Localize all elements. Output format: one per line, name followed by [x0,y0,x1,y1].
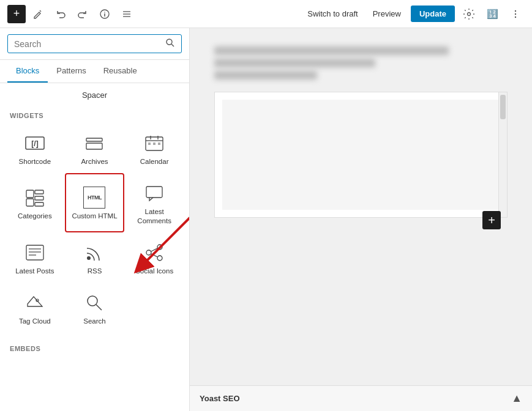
svg-point-6 [468,12,471,15]
tab-reusable[interactable]: Reusable [95,60,146,83]
calendar-label: Calendar [140,157,169,166]
tag-cloud-label: Tag Cloud [19,317,51,326]
svg-rect-24 [26,199,34,206]
preview-button[interactable]: Preview [368,6,406,22]
scrollbar-thumb [500,95,506,119]
block-calendar[interactable]: Calendar [124,123,184,173]
edit-icon-button[interactable] [29,5,48,23]
spacer-label: Spacer [10,91,179,100]
redo-button[interactable] [73,5,92,23]
yoast-seo-bar: Yoast SEO ▲ [190,385,532,411]
toolbar-left: + [7,5,136,23]
latest-comments-icon [143,182,165,204]
latest-posts-icon [24,242,46,264]
search-box [0,28,189,60]
svg-rect-20 [148,143,151,145]
svg-rect-25 [35,190,43,194]
tab-blocks[interactable]: Blocks [7,60,48,83]
yoast-seo-label: Yoast SEO [200,394,240,403]
scrollbar-vertical[interactable] [498,92,507,217]
blocks-grid: [/] Shortcode Archives Calendar [0,123,189,333]
svg-rect-22 [158,143,160,145]
block-categories[interactable]: Categories [5,173,65,232]
svg-rect-14 [86,138,102,141]
latest-posts-label: Latest Posts [15,267,54,276]
svg-point-33 [87,256,91,260]
toolbar: + Switch to draft Preview Update 🔢 [0,0,532,28]
user-button[interactable]: 🔢 [483,5,501,23]
switch-draft-button[interactable]: Switch to draft [302,6,362,22]
blurred-title-area [214,46,508,80]
settings-button[interactable] [460,5,478,23]
svg-line-38 [151,254,157,257]
svg-line-37 [151,248,157,251]
svg-point-35 [157,256,162,261]
svg-rect-23 [26,190,34,198]
search-block-label: Search [83,317,105,326]
svg-point-9 [515,16,516,17]
svg-point-7 [515,10,516,11]
main-layout: Blocks Patterns Reusable Spacer WIDGETS … [0,28,532,411]
svg-rect-29 [26,245,43,260]
custom-html-label: Custom HTML [72,212,117,221]
block-custom-html[interactable]: HTML Custom HTML [65,173,125,232]
add-block-button[interactable]: + [7,5,26,23]
tabs-row: Blocks Patterns Reusable [0,60,189,83]
block-social-icons[interactable]: Social Icons [124,232,184,283]
svg-rect-21 [153,143,155,145]
calendar-icon [143,132,165,154]
categories-label: Categories [18,212,52,221]
svg-line-41 [96,305,102,310]
archives-label: Archives [81,157,108,166]
svg-point-10 [167,39,172,45]
tag-cloud-icon [24,292,46,314]
rss-label: RSS [88,267,102,276]
block-archives[interactable]: Archives [65,123,125,173]
svg-rect-15 [86,143,102,149]
rss-icon [83,242,105,264]
undo-button[interactable] [51,5,70,23]
list-view-button[interactable] [118,5,136,23]
custom-html-icon: HTML [83,187,105,209]
block-latest-posts[interactable]: Latest Posts [5,232,65,283]
svg-point-2 [104,12,105,13]
search-input[interactable] [14,39,165,49]
block-tag-cloud[interactable]: Tag Cloud [5,283,65,333]
content-card-inner [222,100,500,210]
svg-rect-28 [146,187,162,198]
sidebar: Blocks Patterns Reusable Spacer WIDGETS … [0,28,190,411]
search-input-wrap [7,34,182,53]
svg-rect-26 [35,196,43,200]
yoast-toggle-button[interactable]: ▲ [511,392,522,405]
block-shortcode[interactable]: [/] Shortcode [5,123,65,173]
block-rss[interactable]: RSS [65,232,125,283]
spacer-item: Spacer [0,88,189,106]
svg-point-34 [157,245,162,250]
update-button[interactable]: Update [411,6,455,22]
svg-point-8 [515,13,516,14]
shortcode-label: Shortcode [19,157,51,166]
embeds-section-label: EMBEDS [0,339,189,356]
shortcode-icon: [/] [24,132,46,154]
social-icons-icon [143,242,165,264]
search-block-icon [83,292,105,314]
content-area: + Yoast SEO ▲ [190,28,532,411]
more-options-button[interactable] [506,5,525,23]
svg-line-11 [171,44,174,46]
search-icon-button[interactable] [165,38,175,50]
svg-point-36 [146,250,151,255]
tab-patterns[interactable]: Patterns [48,60,94,83]
info-button[interactable] [96,5,114,23]
svg-point-40 [88,296,97,306]
block-latest-comments[interactable]: LatestComments [124,173,184,232]
widgets-section-label: WIDGETS [0,106,189,123]
add-block-in-content-button[interactable]: + [482,211,501,229]
categories-icon [24,187,46,209]
toolbar-right: Switch to draft Preview Update 🔢 [302,5,525,23]
social-icons-label: Social Icons [135,267,173,276]
block-search[interactable]: Search [65,283,125,333]
sidebar-content: Spacer WIDGETS [/] Shortcode Archiv [0,83,189,411]
svg-rect-27 [35,202,43,206]
latest-comments-label: LatestComments [137,207,171,226]
content-card: + [214,92,508,218]
